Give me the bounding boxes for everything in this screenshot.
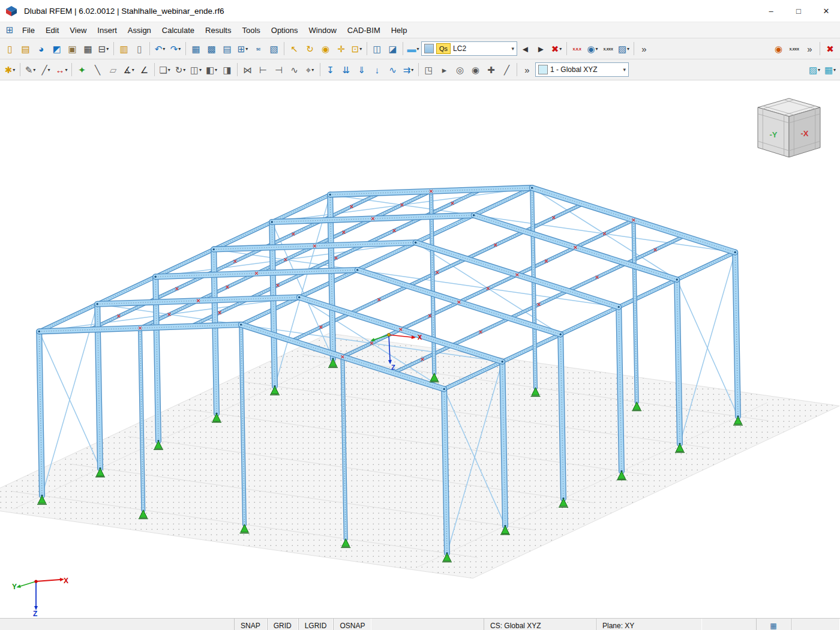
load-case-combobox[interactable]: QsLC2▾ — [421, 41, 517, 56]
menu-help[interactable]: Help — [386, 24, 413, 37]
camera-view-button[interactable]: ◉ — [468, 62, 483, 77]
show-results-button[interactable]: ◉▾ — [585, 41, 600, 56]
divide-member-button[interactable]: ⊢ — [256, 62, 271, 77]
statusbar-table-button[interactable]: ▦ — [756, 619, 791, 630]
menu-edit[interactable]: Edit — [40, 24, 64, 37]
dimensions-dropdown-arrow[interactable]: ▾ — [65, 67, 67, 73]
snap-plane-button[interactable]: ◪ — [385, 41, 400, 56]
menu-file[interactable]: File — [17, 24, 40, 37]
rotate-copy-dropdown-arrow[interactable]: ▾ — [183, 67, 185, 73]
table-edit-button[interactable]: ▤ — [220, 41, 235, 56]
member-load-button[interactable]: ⇊ — [338, 62, 353, 77]
delete-loads-button[interactable]: ✖▾ — [549, 41, 564, 56]
select-pointer-button[interactable]: ↖ — [287, 41, 302, 56]
show-load-values-button[interactable]: x.x.x — [569, 41, 584, 56]
display-style-button[interactable]: ▦▾ — [823, 62, 838, 77]
mirror-dropdown-arrow[interactable]: ▾ — [199, 67, 202, 73]
menu-view[interactable]: View — [64, 24, 92, 37]
delete-loads-dropdown-arrow[interactable]: ▾ — [559, 46, 562, 52]
imperfection-button[interactable]: ∿ — [385, 62, 400, 77]
table-sc-button[interactable]: sc — [251, 41, 266, 56]
menu-options[interactable]: Options — [266, 24, 304, 37]
section-plane-button[interactable]: ╱ — [499, 62, 514, 77]
snap-node-dropdown-arrow[interactable]: ▾ — [311, 67, 314, 73]
display-style-dropdown-arrow[interactable]: ▾ — [833, 67, 836, 73]
coordinate-system-combobox[interactable]: 1 - Global XYZ▾ — [535, 62, 629, 77]
statusbar-toggle-osnap[interactable]: OSNAP — [333, 619, 371, 630]
redo-dropdown-arrow[interactable]: ▾ — [178, 46, 181, 52]
rotate-copy-button[interactable]: ↻▾ — [173, 62, 188, 77]
table-grid-button[interactable]: ▩ — [204, 41, 219, 56]
navigation-cube[interactable]: -Y-X — [758, 98, 820, 157]
surface-load-button[interactable]: ⇓ — [354, 62, 369, 77]
redo-button[interactable]: ↷▾ — [168, 41, 183, 56]
load-generator-dropdown-arrow[interactable]: ▾ — [411, 67, 413, 73]
statusbar-toggle-lgrid[interactable]: LGRID — [298, 619, 334, 630]
more-tools-button[interactable]: » — [520, 62, 535, 77]
menu-insert[interactable]: Insert — [92, 24, 122, 37]
overflow-button[interactable]: » — [802, 41, 817, 56]
new-member-button[interactable]: ╲ — [90, 62, 105, 77]
ground-slab[interactable] — [0, 334, 839, 578]
work-window[interactable]: XZXYZ-Y-X — [0, 80, 840, 618]
save-button[interactable]: ▦ — [80, 41, 95, 56]
animation-button[interactable]: ▸ — [437, 62, 452, 77]
navigator-toggle-button[interactable]: ⊞ — [2, 23, 17, 37]
menu-results[interactable]: Results — [200, 24, 236, 37]
dimension-x-dropdown-arrow[interactable]: ▾ — [132, 67, 134, 73]
load-case-dropdown-arrow[interactable]: ▾ — [511, 46, 514, 52]
statusbar-work-plane[interactable]: Plane: XY — [596, 619, 702, 630]
color-scale-dropdown-arrow[interactable]: ▾ — [416, 46, 419, 52]
open-model-button[interactable]: ▤ — [18, 41, 33, 56]
dlubal-center-button[interactable]: ◕ — [34, 41, 49, 56]
show-result-values-button[interactable]: x.xxx — [601, 41, 616, 56]
load-generator-button[interactable]: ⇉▾ — [401, 62, 416, 77]
mirror-button[interactable]: ◫▾ — [188, 62, 203, 77]
minimize-button[interactable]: – — [757, 0, 785, 22]
table-goto-dropdown-arrow[interactable]: ▾ — [245, 46, 248, 52]
dimension-xx-button[interactable]: ∠ — [137, 62, 152, 77]
print-dropdown-arrow[interactable]: ▾ — [106, 46, 109, 52]
extrude-member-dropdown-arrow[interactable]: ▾ — [215, 67, 217, 73]
dimension-x-button[interactable]: ∡▾ — [121, 62, 136, 77]
snap-options-dropdown-arrow[interactable]: ▾ — [13, 67, 15, 73]
extrude-surface-button[interactable]: ◨ — [220, 62, 235, 77]
zoom-window-dropdown-arrow[interactable]: ▾ — [359, 46, 362, 52]
menu-tools[interactable]: Tools — [236, 24, 265, 37]
pick-object-button[interactable]: ◉ — [771, 41, 786, 56]
new-surface-button[interactable]: ▱ — [106, 62, 121, 77]
nodal-load-button[interactable]: ↧ — [323, 62, 338, 77]
previous-load-case-button[interactable]: ◄ — [518, 41, 533, 56]
smooth-line-button[interactable]: ∿ — [287, 62, 302, 77]
edit-polyline-button[interactable]: ╱▾ — [38, 62, 53, 77]
move-copy-button[interactable]: ❏▾ — [157, 62, 172, 77]
print-button[interactable]: ⊟▾ — [96, 41, 111, 56]
printout-report-button[interactable]: ▥ — [116, 41, 131, 56]
color-scale-button[interactable]: ▬▾ — [406, 41, 421, 56]
result-panel-dropdown-arrow[interactable]: ▾ — [627, 46, 629, 52]
cancel-button[interactable]: ✖ — [823, 41, 838, 56]
next-load-case-button[interactable]: ► — [533, 41, 548, 56]
table-filter-button[interactable]: ▧ — [266, 41, 281, 56]
render-view-button[interactable]: ◩ — [49, 41, 64, 56]
maximize-button[interactable]: □ — [785, 0, 812, 22]
new-node-button[interactable]: ✦ — [74, 62, 89, 77]
undo-dropdown-arrow[interactable]: ▾ — [163, 46, 165, 52]
free-load-button[interactable]: ↓ — [370, 62, 385, 77]
trim-members-button[interactable]: ⊣ — [271, 62, 286, 77]
menu-calculate[interactable]: Calculate — [157, 24, 200, 37]
display-values-button[interactable]: x.xxx — [787, 41, 802, 56]
snap-options-button[interactable]: ✱▾ — [2, 62, 17, 77]
connect-members-button[interactable]: ⋈ — [240, 62, 255, 77]
show-results-dropdown-arrow[interactable]: ▾ — [596, 46, 598, 52]
walk-mode-button[interactable]: ✚ — [484, 62, 499, 77]
tables-button[interactable]: ▦ — [188, 41, 203, 56]
result-panel-button[interactable]: ▨▾ — [616, 41, 631, 56]
rotate-view-button[interactable]: ↻ — [302, 41, 317, 56]
more-commands-button[interactable]: » — [637, 41, 652, 56]
zoom-view-button[interactable]: ◉ — [318, 41, 333, 56]
zoom-window-button[interactable]: ⊡▾ — [349, 41, 364, 56]
visibility-filter-button[interactable]: ▨▾ — [807, 62, 822, 77]
menu-assign[interactable]: Assign — [122, 24, 157, 37]
render-mode-button[interactable]: ◎ — [452, 62, 467, 77]
